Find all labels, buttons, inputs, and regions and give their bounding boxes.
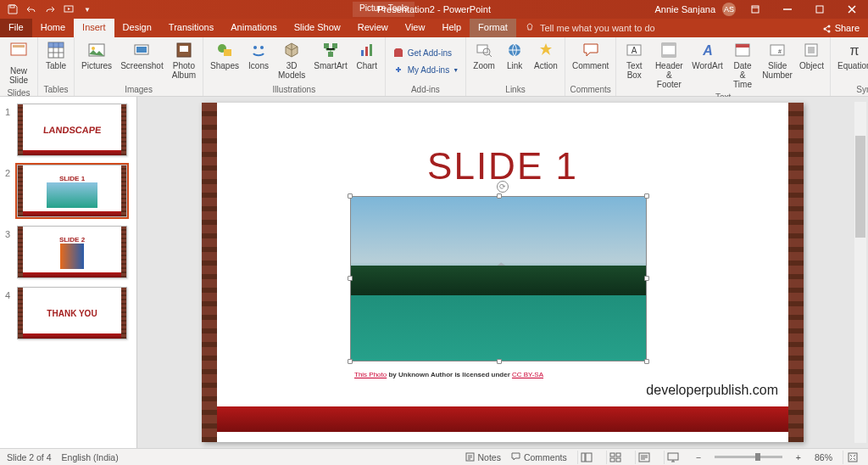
comments-icon [511,452,520,462]
svg-text:A: A [632,46,637,55]
comment-button[interactable]: Comment [569,39,612,83]
3d-models-button[interactable]: 3D Models [275,39,309,83]
my-addins-button[interactable]: My Add-ins ▼ [389,62,462,77]
icons-icon [250,42,267,59]
slideshow-view-button[interactable] [664,451,682,464]
table-button[interactable]: Table [42,39,70,83]
tab-format[interactable]: Format [470,19,516,37]
screenshot-icon [133,42,150,59]
normal-view-button[interactable] [577,451,596,464]
pictures-button[interactable]: Pictures [78,39,115,83]
slide-canvas[interactable]: SLIDE 1 ⟳ This Photo by Unknown Author i… [202,103,804,442]
zoom-out-button[interactable]: − [693,452,704,462]
minimize-icon[interactable] [775,0,800,19]
group-comments: Comments [569,83,612,96]
slide-number-button[interactable]: #Slide Number [760,39,794,91]
wordart-button[interactable]: AWordArt [689,39,725,91]
vertical-scrollbar[interactable] [854,102,866,443]
resize-handle[interactable] [497,359,502,364]
new-slide-button[interactable]: New Slide [3,39,34,87]
tab-home[interactable]: Home [32,19,74,37]
rotate-handle-icon[interactable]: ⟳ [497,181,509,193]
smartart-button[interactable]: SmartArt [310,39,350,83]
resize-handle[interactable] [348,193,353,199]
zoom-level[interactable]: 86% [815,452,832,462]
reading-view-button[interactable] [635,451,654,464]
zoom-slider-thumb[interactable] [755,453,760,461]
group-links: Links [470,83,561,96]
icons-button[interactable]: Icons [244,39,273,83]
thumbnail-4[interactable]: 4 THANK YOU [5,287,131,339]
notes-button[interactable]: Notes [465,452,501,462]
zoom-button[interactable]: Zoom [470,39,498,83]
resize-handle[interactable] [644,359,649,364]
thumbnail-3[interactable]: 3 SLIDE 2 [5,226,131,278]
tab-design[interactable]: Design [114,19,160,37]
start-from-beginning-icon[interactable] [61,2,76,17]
thumbnail-2[interactable]: 2 SLIDE 1 [5,165,131,217]
tell-me-search[interactable]: Tell me what you want to do [516,19,664,37]
fit-to-window-button[interactable] [843,451,861,464]
tab-review[interactable]: Review [349,19,397,37]
user-name[interactable]: Annie Sanjana [654,4,715,14]
maximize-icon[interactable] [807,0,832,19]
tab-slideshow[interactable]: Slide Show [286,19,349,37]
svg-rect-54 [616,453,620,457]
textbox-button[interactable]: AText Box [620,39,648,91]
undo-icon[interactable] [24,2,39,17]
resize-handle[interactable] [497,193,502,199]
tab-file[interactable]: File [0,19,32,37]
share-button[interactable]: Share [814,19,868,37]
svg-rect-10 [13,45,25,48]
photo-album-button[interactable]: Photo Album [169,39,199,83]
resize-handle[interactable] [348,359,353,364]
slide-indicator[interactable]: Slide 2 of 4 [7,452,52,462]
save-icon[interactable] [5,2,20,17]
status-bar: Slide 2 of 4 English (India) Notes Comme… [0,448,868,465]
slide-sorter-view-button[interactable] [606,451,625,464]
close-icon[interactable] [839,0,865,19]
group-symbols: Symbols [834,83,868,96]
resize-handle[interactable] [644,276,649,281]
avatar[interactable]: AS [722,3,736,16]
tab-view[interactable]: View [397,19,434,37]
scrollbar-thumb[interactable] [855,136,865,238]
picture-caption[interactable]: This Photo by Unknown Author is licensed… [354,371,543,378]
chart-button[interactable]: Chart [353,39,381,83]
link-button[interactable]: Link [500,39,529,83]
svg-rect-53 [610,453,615,457]
tab-help[interactable]: Help [433,19,470,37]
resize-handle[interactable] [348,276,353,281]
svg-rect-18 [180,46,188,52]
group-images: Images [78,83,199,96]
get-addins-button[interactable]: Get Add-ins [389,45,455,60]
group-illustrations: Illustrations [207,83,381,96]
zoom-in-button[interactable]: + [793,452,804,462]
header-footer-button[interactable]: Header & Footer [650,39,687,91]
language-indicator[interactable]: English (India) [62,452,119,462]
thumbnail-1[interactable]: 1 LANDSCAPE [5,104,131,156]
zoom-slider[interactable] [715,456,782,458]
tab-transitions[interactable]: Transitions [160,19,222,37]
cube-icon [283,42,300,59]
ribbon-tabs: File Home Insert Design Transitions Anim… [0,19,868,37]
qat-dropdown-icon[interactable]: ▼ [80,2,95,17]
comments-button[interactable]: Comments [511,452,567,462]
svg-rect-29 [394,50,403,57]
action-button[interactable]: Action [531,39,561,83]
object-button[interactable]: Object [797,39,826,91]
datetime-button[interactable]: Date & Time [727,39,759,91]
equation-button[interactable]: πEquation [834,39,868,83]
tab-insert[interactable]: Insert [74,19,114,37]
action-icon [537,42,554,59]
slide-edit-area[interactable]: SLIDE 1 ⟳ This Photo by Unknown Author i… [137,97,868,448]
redo-icon[interactable] [42,2,58,17]
svg-rect-51 [581,453,585,462]
ribbon-display-icon[interactable] [743,0,768,19]
shapes-button[interactable]: Shapes [207,39,242,83]
screenshot-button[interactable]: Screenshot [117,39,167,83]
selected-picture[interactable] [350,196,647,361]
tab-animations[interactable]: Animations [222,19,285,37]
svg-rect-24 [332,43,337,48]
resize-handle[interactable] [644,193,649,199]
